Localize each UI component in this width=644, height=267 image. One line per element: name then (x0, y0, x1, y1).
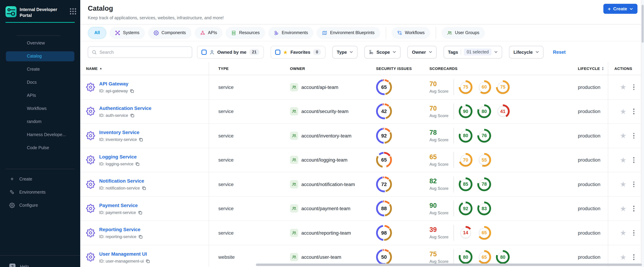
sidebar-item-apis[interactable]: APIs (6, 89, 74, 102)
plus-icon: + (9, 176, 15, 182)
lifecycle-cell: production (563, 157, 608, 163)
sidebar-item-create[interactable]: + Create (0, 172, 80, 186)
favorites-checkbox[interactable] (275, 50, 280, 54)
filter-dropdown-tags[interactable]: Tags 01 selected (444, 46, 502, 58)
scorecards-divider (454, 201, 454, 216)
sidebar-item-catalog[interactable]: Catalog (6, 51, 74, 61)
column-header-lifecycle[interactable]: LIFECYCLE▲▼ (563, 66, 608, 70)
horizontal-scrollbar-thumb[interactable] (256, 264, 642, 266)
type-cell: service (209, 230, 283, 236)
entity-name-link[interactable]: Logging Service (99, 154, 137, 160)
entity-name-link[interactable]: Authentication Service (99, 106, 151, 111)
kebab-menu-icon[interactable] (632, 205, 636, 212)
owned-by-me-filter[interactable]: Owned by me 21 (197, 46, 264, 58)
sidebar-item-help[interactable]: ? Help (9, 264, 29, 267)
tab-all[interactable]: All (88, 27, 106, 39)
owner-cell: account/security-team (283, 107, 362, 116)
avg-score-value: 70 (430, 80, 452, 88)
sidebar-item-docs[interactable]: Docs (6, 76, 74, 89)
filter-dropdown-scope[interactable]: Scope (364, 46, 400, 58)
sidebar-item-code-pulse[interactable]: Code Pulse (6, 141, 74, 154)
entity-name-link[interactable]: Inventory Service (99, 130, 139, 135)
entity-name-link[interactable]: Reporting Service (99, 227, 140, 232)
security-issues-donut: 88 (376, 201, 392, 216)
vertical-scrollbar-thumb[interactable] (642, 5, 644, 43)
sidebar-item-configure[interactable]: Configure (0, 199, 80, 212)
main-content: Catalog Keep track of applications, serv… (80, 0, 644, 267)
tab-workflows[interactable]: Workflows (392, 27, 430, 39)
entity-name-link[interactable]: Payment Service (99, 202, 138, 208)
sidebar-item-workflows[interactable]: Workflows (6, 102, 74, 115)
scorecard-ring: 60 (477, 80, 491, 94)
reset-filters-link[interactable]: Reset (553, 50, 566, 54)
favorite-star-icon[interactable]: ★ (620, 254, 626, 261)
user-group-icon (290, 132, 298, 140)
favorite-star-icon[interactable]: ★ (620, 181, 626, 188)
tab-user-groups[interactable]: User Groups (442, 27, 485, 39)
tab-systems[interactable]: Systems (110, 27, 145, 39)
entity-name-link[interactable]: User Management UI (99, 251, 147, 257)
service-gear-icon (86, 156, 95, 164)
kebab-menu-icon[interactable] (632, 108, 636, 115)
sidebar-item-overview[interactable]: Overview (6, 36, 74, 50)
scorecard-rings: 908041 (459, 104, 510, 118)
search-input[interactable] (100, 50, 188, 54)
kebab-menu-icon[interactable] (632, 156, 636, 164)
security-issues-value: 72 (378, 178, 390, 190)
kebab-menu-icon[interactable] (632, 180, 636, 188)
copy-icon[interactable] (138, 210, 142, 215)
favorites-filter[interactable]: ★ Favorites 0 (271, 46, 326, 58)
sidebar-item-harness-develope-[interactable]: Harness Develope... (6, 128, 74, 141)
table-row: Payment Service ID: payment-service serv… (80, 196, 644, 221)
app-logo-icon[interactable] (6, 6, 16, 17)
owned-by-me-count: 21 (249, 49, 259, 55)
create-button[interactable]: + Create (603, 4, 638, 14)
entity-name-link[interactable]: Notification Service (99, 178, 144, 184)
copy-icon[interactable] (130, 113, 134, 118)
dropdown-label: Owner (412, 50, 426, 54)
copy-icon[interactable] (146, 259, 150, 263)
scorecard-value: 70 (460, 155, 471, 165)
sidebar-item-environments[interactable]: Environments (0, 186, 80, 199)
favorite-star-icon[interactable]: ★ (620, 229, 626, 236)
person-icon (210, 50, 214, 54)
favorite-star-icon[interactable]: ★ (620, 132, 626, 139)
favorite-star-icon[interactable]: ★ (620, 84, 626, 91)
copy-icon[interactable] (130, 89, 134, 93)
owner-name: account/logging-team (301, 157, 348, 163)
tab-environments[interactable]: Environments (268, 27, 314, 39)
kebab-menu-icon[interactable] (632, 83, 636, 91)
tab-environment-blueprints[interactable]: Environment Blueprints (317, 27, 380, 39)
security-cell: 65 (362, 152, 426, 168)
entity-name-link[interactable]: API Gateway (99, 81, 128, 87)
column-header-name[interactable]: NAME▲ (80, 66, 209, 70)
copy-icon[interactable] (138, 235, 142, 239)
tab-resources[interactable]: Resources (226, 27, 265, 39)
kebab-menu-icon[interactable] (632, 132, 636, 140)
security-cell: 65 (362, 79, 426, 95)
kebab-menu-icon[interactable] (632, 229, 636, 237)
filter-dropdown-lifecycle[interactable]: Lifecycle (509, 46, 543, 58)
filter-dropdown-owner[interactable]: Owner (408, 46, 437, 58)
module-switcher-icon[interactable] (70, 8, 76, 14)
service-gear-icon (86, 131, 95, 140)
copy-icon[interactable] (139, 138, 143, 142)
favorite-star-icon[interactable]: ★ (620, 205, 626, 212)
sidebar-item-random[interactable]: random (6, 115, 74, 128)
favorite-star-icon[interactable]: ★ (620, 156, 626, 164)
copy-icon[interactable] (142, 186, 146, 190)
tab-components[interactable]: Components (148, 27, 192, 39)
tab-apis[interactable]: APIs (194, 27, 223, 39)
sidebar-item-create[interactable]: Create (6, 63, 74, 76)
column-header-security-issues: SECURITY ISSUES (362, 66, 426, 70)
favorite-star-icon[interactable]: ★ (620, 108, 626, 115)
avg-score-block: 70 Avg Score (430, 105, 452, 118)
vertical-scrollbar-track[interactable] (641, 0, 644, 267)
copy-icon[interactable] (136, 162, 140, 166)
avg-score-label: Avg Score (430, 235, 452, 240)
filter-dropdown-type[interactable]: Type (332, 46, 358, 58)
owned-by-me-checkbox[interactable] (202, 50, 207, 54)
kebab-menu-icon[interactable] (632, 253, 636, 261)
scorecard-ring: 80 (459, 250, 472, 264)
entity-id: ID: inventory-service (99, 137, 143, 142)
